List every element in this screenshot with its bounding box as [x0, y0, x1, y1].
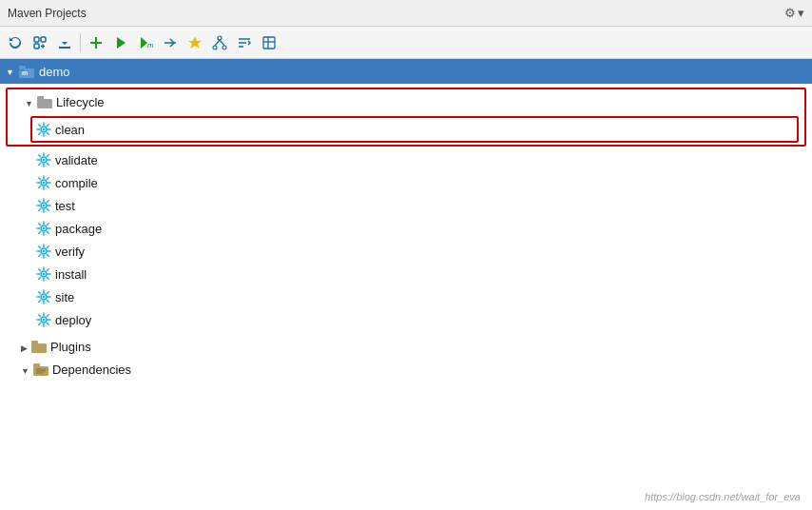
window-title: Maven Projects	[8, 7, 87, 20]
svg-line-114	[39, 324, 41, 325]
deploy-gear-icon	[36, 312, 51, 327]
svg-point-56	[43, 205, 46, 207]
svg-point-9	[213, 46, 217, 49]
lifecycle-deploy-item[interactable]: deploy	[0, 308, 812, 331]
svg-line-52	[48, 186, 49, 188]
svg-point-10	[222, 46, 226, 49]
svg-point-76	[43, 250, 46, 253]
svg-rect-0	[34, 37, 39, 42]
execute-button[interactable]	[184, 31, 206, 54]
svg-line-32	[48, 133, 49, 135]
validate-gear-icon	[36, 152, 51, 167]
svg-line-103	[48, 292, 49, 294]
svg-line-113	[48, 315, 49, 317]
svg-line-101	[39, 292, 41, 294]
title-bar: Maven Projects ⚙ ▾	[0, 0, 812, 27]
svg-line-74	[39, 232, 41, 234]
svg-line-41	[39, 155, 41, 157]
install-gear-icon	[36, 266, 51, 282]
lifecycle-chevron-icon	[25, 95, 33, 109]
svg-line-111	[39, 315, 41, 317]
lifecycle-header[interactable]: Lifecycle	[8, 89, 804, 114]
svg-line-11	[215, 40, 220, 46]
svg-marker-4	[141, 37, 147, 49]
svg-rect-1	[41, 37, 46, 42]
dropdown-arrow: ▾	[798, 6, 804, 20]
svg-line-31	[39, 125, 41, 127]
svg-rect-115	[31, 343, 47, 353]
run-button[interactable]	[109, 31, 132, 54]
lifecycle-validate-item[interactable]: validate	[0, 148, 812, 171]
svg-line-102	[48, 301, 49, 303]
svg-point-86	[43, 273, 46, 276]
verify-label: verify	[55, 245, 85, 259]
svg-line-44	[39, 164, 41, 166]
svg-line-83	[48, 246, 49, 248]
svg-line-61	[39, 201, 41, 203]
svg-line-94	[39, 278, 41, 280]
tree-panel: m demo Lifecycle	[0, 59, 812, 510]
package-gear-icon	[36, 221, 51, 236]
deploy-label: deploy	[55, 313, 91, 327]
reimport-button[interactable]	[29, 31, 51, 54]
svg-point-96	[43, 296, 46, 299]
svg-line-104	[39, 301, 41, 303]
svg-line-12	[220, 40, 224, 46]
svg-rect-16	[263, 37, 275, 49]
svg-line-93	[48, 269, 49, 271]
svg-line-91	[39, 269, 41, 271]
svg-line-92	[48, 278, 49, 280]
plugins-chevron-icon	[21, 340, 28, 354]
svg-rect-24	[37, 96, 44, 100]
svg-line-42	[48, 164, 49, 166]
add-button[interactable]	[85, 31, 107, 54]
package-label: package	[55, 222, 102, 236]
svg-line-51	[39, 178, 41, 180]
verify-gear-icon	[36, 244, 51, 259]
svg-point-8	[218, 36, 222, 40]
site-gear-icon	[36, 289, 51, 304]
svg-point-66	[43, 227, 46, 230]
plugins-item[interactable]: Plugins	[0, 335, 812, 358]
test-label: test	[55, 199, 75, 213]
svg-rect-118	[33, 363, 40, 367]
svg-point-36	[43, 159, 46, 162]
lifecycle-clean-item[interactable]: clean	[32, 118, 797, 141]
svg-line-63	[48, 201, 49, 203]
lifecycle-folder-icon	[37, 96, 52, 108]
demo-folder-icon: m	[19, 66, 34, 78]
show-dependencies-button[interactable]	[208, 31, 231, 54]
gear-icon: ⚙	[784, 6, 796, 20]
lifecycle-package-item[interactable]: package	[0, 217, 812, 240]
test-gear-icon	[36, 198, 51, 213]
site-label: site	[55, 290, 74, 304]
lifecycle-test-item[interactable]: test	[0, 194, 812, 217]
svg-text:m: m	[22, 69, 28, 76]
svg-line-54	[39, 186, 41, 188]
download-button[interactable]	[53, 31, 76, 54]
lifecycle-verify-item[interactable]: verify	[0, 240, 812, 263]
lifecycle-label: Lifecycle	[56, 95, 105, 109]
svg-rect-116	[31, 341, 38, 344]
lifecycle-install-item[interactable]: install	[0, 263, 812, 285]
skip-tests-button[interactable]	[159, 31, 182, 54]
svg-line-34	[39, 133, 41, 135]
dependencies-item[interactable]: Dependencies	[0, 358, 812, 381]
lifecycle-compile-item[interactable]: compile	[0, 171, 812, 194]
lifecycle-site-item[interactable]: site	[0, 285, 812, 308]
tree-root-demo[interactable]: m demo	[0, 59, 812, 84]
refresh-button[interactable]	[4, 31, 27, 54]
toggle-button[interactable]	[258, 31, 280, 54]
svg-line-73	[48, 224, 49, 226]
svg-marker-3	[117, 37, 126, 49]
demo-label: demo	[39, 65, 70, 79]
svg-line-43	[48, 155, 49, 157]
svg-line-62	[48, 209, 49, 211]
svg-line-81	[39, 246, 41, 248]
sort-button[interactable]	[233, 31, 256, 54]
dependencies-chevron-icon	[21, 363, 29, 377]
run-maven-button[interactable]: m	[134, 31, 157, 54]
svg-line-64	[39, 209, 41, 211]
settings-gear[interactable]: ⚙ ▾	[784, 6, 804, 20]
lifecycle-section-box: Lifecycle	[6, 88, 806, 147]
